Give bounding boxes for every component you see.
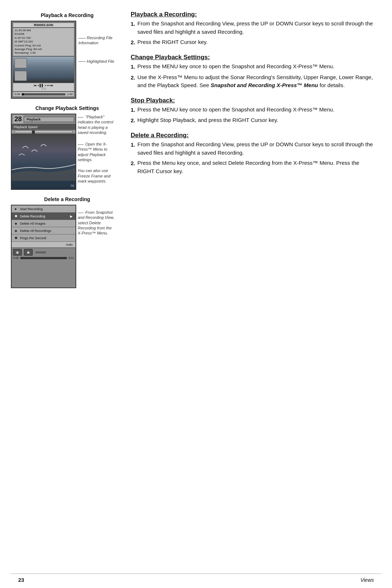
- step1-2: 2. Press the RIGHT Cursor key.: [131, 38, 377, 46]
- diagram1-annotations: Recording File Information Highlighted F…: [76, 21, 116, 64]
- screen1-ping: Current Ping: 93 mS: [15, 44, 73, 48]
- screen2-depth: 28: [13, 115, 23, 123]
- screen2-sonar: 76: [12, 134, 75, 189]
- auto-label: Auto: [66, 243, 73, 246]
- step2-2: 2. Use the X-Press™ Menu to adjust the S…: [131, 73, 377, 90]
- screen1-date: 6/14/08: [15, 32, 73, 36]
- menu-delete-images: ◈ Delete All Images: [12, 220, 75, 227]
- s3-time-end: 0:11: [68, 256, 74, 260]
- snapshot-bold-italic: Snapshot and Recording X-Press™ Menu: [211, 82, 318, 88]
- auto-row: Auto: [12, 242, 75, 248]
- content-area: Playback a Recording R00003.SON 11:34:38…: [11, 11, 381, 570]
- screen1-avg-ping: Average Ping: 89 mS: [15, 48, 73, 51]
- step4-1: 1. From the Snapshot and Recording View,…: [131, 140, 377, 157]
- start-rec-icon: ●: [15, 207, 19, 211]
- step2-2-text: Use the X-Press™ Menu to adjust the Sona…: [138, 73, 377, 90]
- pings-label: Pings Per Second: [20, 236, 46, 240]
- screen1-timeline: 0:00 1:40: [13, 91, 74, 97]
- pings-icon: ✱: [15, 236, 19, 240]
- step4-1-text: From the Snapshot and Recording View, pr…: [138, 140, 377, 157]
- menu-delete-recordings: ◈ Delete All Recordings: [12, 227, 75, 234]
- section4-body: 1. From the Snapshot and Recording View,…: [131, 140, 377, 175]
- diagram1-title: Playback a Recording: [11, 12, 123, 18]
- sonar-svg: [12, 134, 75, 181]
- ann2-freeze: You can also use Freeze Frame and mark w…: [78, 168, 116, 184]
- right-column: Playback a Recording: 1. From the Snapsh…: [127, 11, 381, 570]
- screen1-coord1: N 25°42.762': [15, 36, 73, 40]
- screen2-header: 28 Playback: [12, 114, 75, 124]
- step4-2-text: Press the Menu key once, and select Dele…: [138, 159, 377, 175]
- screen2: 28 Playback Playback Speed: [11, 114, 76, 190]
- screen2-playback-speed: Playback Speed: [12, 124, 75, 130]
- step3-1-num: 1.: [131, 106, 135, 114]
- step2-1-num: 1.: [131, 62, 135, 71]
- diagram3-content: ● Start Recording ✱ Delete Recording ▶ ◈…: [11, 205, 123, 288]
- screen3-icons: ⏺ ⏺ R00005: [13, 249, 74, 256]
- section-change-playback: Change Playback Settings: 1. Press the M…: [131, 54, 377, 91]
- ann2-playback-text: "Playback" indicates the control head is…: [78, 115, 113, 135]
- del-recs-icon: ◈: [15, 229, 19, 233]
- screen1-coord2: W 080°13.341': [15, 40, 73, 44]
- step2-1: 1. Press the MENU key once to open the S…: [131, 62, 377, 71]
- start-rec-label: Start Recording: [20, 207, 43, 211]
- file-label: R00005: [36, 251, 46, 254]
- tape-icon-2: ⏺: [24, 249, 33, 256]
- diagram1-content: R00003.SON 11:34:38 AM 6/14/08 N 25°42.7…: [11, 21, 123, 99]
- step1-1-num: 1.: [131, 20, 135, 36]
- section-delete-recording: Delete a Recording: 1. From the Snapshot…: [131, 132, 377, 177]
- diagram2-title: Change Playback Settings: [11, 105, 123, 111]
- footer-section-label: Views: [360, 577, 374, 583]
- screen3: ● Start Recording ✱ Delete Recording ▶ ◈…: [11, 205, 76, 288]
- delete-rec-icon: ✱: [15, 214, 19, 218]
- section4-header: Delete a Recording:: [131, 132, 377, 139]
- section-playback: Playback a Recording: 1. From the Snapsh…: [131, 11, 377, 49]
- step4-2-num: 2.: [131, 159, 135, 175]
- diagram-delete: Delete a Recording ● Start Recording ✱ D…: [11, 196, 123, 288]
- tape-icon-1: ⏺: [13, 249, 22, 256]
- timeline-fill: [22, 93, 24, 95]
- diagram2-content: 28 Playback Playback Speed: [11, 114, 123, 190]
- section-stop-playback: Stop Playback: 1. Press the MENU key onc…: [131, 97, 377, 127]
- section3-header: Stop Playback:: [131, 97, 377, 104]
- step3-2-text: Highlight Stop Playback, and press the R…: [138, 116, 377, 124]
- step3-2-num: 2.: [131, 116, 135, 124]
- s3-bar: [20, 257, 67, 259]
- step1-2-text: Press the RIGHT Cursor key.: [138, 38, 377, 46]
- step3-1: 1. Press the MENU key once to open the S…: [131, 106, 377, 114]
- screen2-depth2: 76: [70, 184, 74, 188]
- del-img-icon: ◈: [15, 221, 19, 225]
- ann2-xpress-text: Open the X-Press™ Menu to adjust Playbac…: [78, 142, 107, 162]
- screen1-time-end: 1:40: [67, 93, 73, 96]
- step2-2-num: 2.: [131, 73, 135, 90]
- footer-page-number: 23: [18, 577, 24, 583]
- menu-pings: ✱ Pings Per Second: [12, 234, 75, 242]
- ann1-recording-file-text: Recording File Information: [78, 36, 113, 45]
- screen2-slider-row: [12, 130, 75, 134]
- step4-1-num: 1.: [131, 140, 135, 157]
- section3-body: 1. Press the MENU key once to open the S…: [131, 106, 377, 125]
- screen3-bottom: ⏺ ⏺ R00005 0:00 0:11: [12, 248, 75, 261]
- ann1-recording-file: Recording File Information: [78, 35, 116, 46]
- section1-header: Playback a Recording:: [131, 11, 377, 18]
- diagram2-annotations: "Playback" indicates the control head is…: [76, 114, 116, 184]
- delete-rec-label: Delete Recording: [20, 215, 45, 218]
- ann2-playback: "Playback" indicates the control head is…: [78, 114, 116, 135]
- s3-time-start: 0:00: [13, 256, 19, 260]
- diagram3-annotations: From Snapshot and Recording View, select…: [76, 205, 116, 236]
- delete-rec-arrow: ▶: [70, 215, 73, 218]
- step3-2: 2. Highlight Stop Playback, and press th…: [131, 116, 377, 124]
- step3-1-text: Press the MENU key once to open the Snap…: [138, 106, 377, 114]
- del-recs-label: Delete All Recordings: [20, 229, 51, 233]
- left-column: Playback a Recording R00003.SON 11:34:38…: [11, 11, 123, 570]
- screen3-timeline: 0:00 0:11: [13, 256, 74, 260]
- timeline-bar: [22, 93, 66, 95]
- page-footer: 23 Views: [11, 573, 381, 584]
- del-img-label: Delete All Images: [20, 222, 45, 225]
- step4-2: 2. Press the Menu key once, and select D…: [131, 159, 377, 175]
- ann1-highlighted-file: Highlighted File: [78, 59, 116, 64]
- screen1-controls: ⏮ ◀ ▌▌ ▶ ▶▶ ⏭○ □: [13, 83, 74, 91]
- diagram3-title: Delete a Recording: [11, 196, 123, 202]
- screen1-filename: R00003.SON: [13, 23, 74, 28]
- screen1-time: 11:34:38 AM: [15, 29, 73, 32]
- screen1-sonar-image: [13, 56, 74, 83]
